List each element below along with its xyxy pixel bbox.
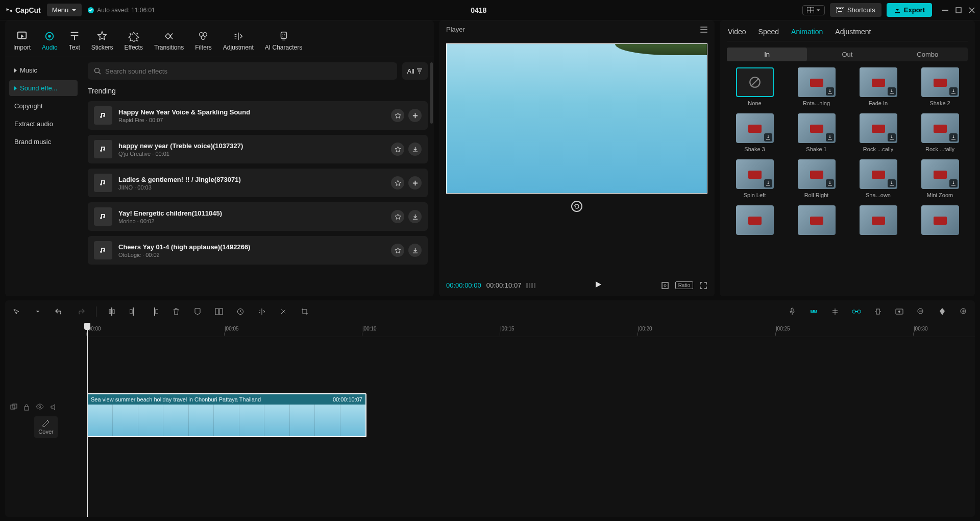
ratio-button[interactable]: Ratio bbox=[675, 281, 693, 289]
anim-shake-[interactable]: Shake 3 bbox=[727, 113, 782, 152]
anim-none[interactable]: None bbox=[727, 67, 782, 106]
prop-tab-animation[interactable]: Animation bbox=[791, 28, 823, 36]
download-button[interactable] bbox=[408, 143, 422, 156]
sidebar-item-extract-audio[interactable]: Extract audio bbox=[9, 116, 78, 132]
sound-row[interactable]: Happy New Year Voice & Sparkling SoundRa… bbox=[88, 101, 428, 130]
asset-tab-ai-characters[interactable]: AI Characters bbox=[264, 29, 303, 53]
sidebar-item-sound-effe-[interactable]: Sound effe... bbox=[9, 80, 78, 96]
marker-button[interactable] bbox=[191, 305, 204, 318]
maximize-button[interactable] bbox=[955, 7, 962, 13]
asset-tab-filters[interactable]: Filters bbox=[194, 29, 213, 53]
zoom-out-button[interactable] bbox=[915, 305, 927, 318]
filter-all-button[interactable]: All bbox=[402, 62, 428, 80]
sound-row[interactable]: happy new year (Treble voice)(1037327)Q'… bbox=[88, 135, 428, 163]
minimize-button[interactable] bbox=[942, 7, 948, 13]
download-button[interactable] bbox=[408, 210, 422, 223]
play-button[interactable] bbox=[594, 280, 602, 290]
shortcuts-button[interactable]: Shortcuts bbox=[830, 3, 881, 17]
asset-tab-effects[interactable]: Effects bbox=[123, 29, 143, 53]
mic-button[interactable] bbox=[786, 305, 798, 318]
plus-button[interactable] bbox=[408, 176, 422, 190]
anim-shake-[interactable]: Shake 2 bbox=[912, 67, 968, 106]
export-button[interactable]: Export bbox=[887, 3, 932, 17]
layout-button[interactable] bbox=[802, 5, 825, 15]
download-button[interactable] bbox=[408, 244, 422, 257]
star-button[interactable] bbox=[391, 143, 404, 156]
anim-roll-right[interactable]: Roll Right bbox=[789, 159, 844, 198]
star-button[interactable] bbox=[391, 109, 404, 122]
crop-button[interactable] bbox=[299, 305, 311, 318]
video-clip[interactable]: Sea view summer beach holiday travel in … bbox=[87, 393, 366, 437]
video-preview[interactable] bbox=[446, 43, 707, 194]
anim-spin-left[interactable]: Spin Left bbox=[727, 159, 782, 198]
anim-fade-in[interactable]: Fade In bbox=[850, 67, 906, 106]
zoom-slider-thumb[interactable] bbox=[936, 305, 948, 318]
prop-tab-adjustment[interactable]: Adjustment bbox=[835, 28, 871, 36]
star-button[interactable] bbox=[391, 176, 404, 190]
align-button[interactable] bbox=[829, 305, 841, 318]
delete-button[interactable] bbox=[170, 305, 182, 318]
sidebar-item-brand-music[interactable]: Brand music bbox=[9, 134, 78, 150]
prop-tab-speed[interactable]: Speed bbox=[758, 28, 779, 36]
split-left-button[interactable] bbox=[127, 305, 139, 318]
pointer-tool[interactable] bbox=[10, 305, 22, 318]
anim-partial[interactable] bbox=[912, 205, 968, 235]
rotate-button[interactable] bbox=[277, 305, 289, 318]
sound-row[interactable]: Cheers Yay 01-4 (high applause)(1492266)… bbox=[88, 236, 428, 265]
anim-subtab-in[interactable]: In bbox=[727, 48, 807, 61]
redo-button[interactable] bbox=[75, 305, 87, 318]
undo-button[interactable] bbox=[53, 305, 65, 318]
anim-mini-zoom[interactable]: Mini Zoom bbox=[912, 159, 968, 198]
chevron-down-icon[interactable] bbox=[32, 305, 44, 318]
split-button[interactable] bbox=[106, 305, 118, 318]
recompute-icon[interactable] bbox=[571, 201, 582, 212]
asset-tab-adjustment[interactable]: Adjustment bbox=[222, 29, 255, 53]
crop-copy-button[interactable] bbox=[213, 305, 225, 318]
plus-button[interactable] bbox=[408, 109, 422, 122]
sidebar-item-music[interactable]: Music bbox=[9, 62, 78, 78]
star-button[interactable] bbox=[391, 244, 404, 257]
mirror-button[interactable] bbox=[256, 305, 268, 318]
asset-list: All Trending Happy New Year Voice & Spar… bbox=[82, 57, 434, 296]
screen-record-button[interactable] bbox=[893, 305, 905, 318]
reverse-button[interactable] bbox=[234, 305, 247, 318]
anim-partial[interactable] bbox=[727, 205, 782, 235]
asset-tab-import[interactable]: Import bbox=[12, 29, 32, 53]
anim-rock-cally[interactable]: Rock ...cally bbox=[850, 113, 906, 152]
anim-subtab-combo[interactable]: Combo bbox=[888, 48, 968, 61]
close-button[interactable] bbox=[969, 7, 975, 13]
asset-tab-transitions[interactable]: Transitions bbox=[153, 29, 185, 53]
fullscreen-icon[interactable] bbox=[699, 281, 707, 290]
focus-icon[interactable] bbox=[661, 281, 669, 290]
cover-button[interactable]: Cover bbox=[34, 416, 57, 438]
zoom-in-button[interactable] bbox=[958, 305, 970, 318]
sound-row[interactable]: Ladies & gentlemen! !! / Jingle(873071)J… bbox=[88, 169, 428, 197]
split-right-button[interactable] bbox=[149, 305, 161, 318]
preview-cut-button[interactable] bbox=[872, 305, 884, 318]
anim-partial[interactable] bbox=[850, 205, 906, 235]
menu-button[interactable]: Menu bbox=[47, 4, 82, 16]
sound-row[interactable]: Yay! Energetic children(1011045)Morino ·… bbox=[88, 202, 428, 231]
anim-rota-ning[interactable]: Rota...ning bbox=[789, 67, 844, 106]
playhead[interactable] bbox=[87, 323, 88, 517]
anim-subtab-out[interactable]: Out bbox=[807, 48, 887, 61]
anim-sha-own[interactable]: Sha...own bbox=[850, 159, 906, 198]
project-title: 0418 bbox=[161, 6, 796, 14]
link-toggle[interactable] bbox=[850, 305, 863, 318]
player-menu-icon[interactable] bbox=[700, 27, 707, 33]
asset-tab-text[interactable]: Text bbox=[68, 29, 81, 53]
scrollbar-thumb[interactable] bbox=[430, 62, 433, 124]
magnet-toggle[interactable] bbox=[807, 305, 820, 318]
star-button[interactable] bbox=[391, 210, 404, 223]
anim-partial[interactable] bbox=[789, 205, 844, 235]
anim-rock-tally[interactable]: Rock ...tally bbox=[912, 113, 968, 152]
asset-tab-stickers[interactable]: Stickers bbox=[90, 29, 114, 53]
timeline-tracks[interactable]: Cover Sea view summer beach holiday trav… bbox=[87, 337, 975, 517]
sidebar-item-copyright[interactable]: Copyright bbox=[9, 98, 78, 114]
anim-shake-[interactable]: Shake 1 bbox=[789, 113, 844, 152]
search-box[interactable] bbox=[88, 62, 397, 80]
asset-tab-audio[interactable]: Audio bbox=[41, 29, 59, 53]
search-input[interactable] bbox=[105, 67, 391, 75]
prop-tab-video[interactable]: Video bbox=[728, 28, 746, 36]
timeline-ruler[interactable]: |00:00|00:05|00:10|00:15|00:20|00:25|00:… bbox=[87, 323, 975, 337]
